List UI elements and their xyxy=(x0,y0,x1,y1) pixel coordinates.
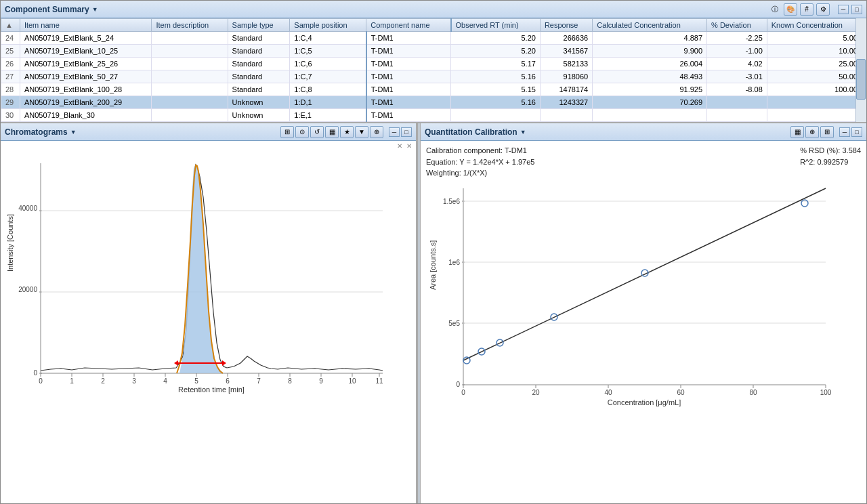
table-cell: 5.000 xyxy=(767,32,866,45)
chroma-close2-icon[interactable]: ✕ xyxy=(406,142,412,150)
component-summary-title-text: Component Summary xyxy=(5,5,89,14)
table-cell: 26 xyxy=(1,58,20,70)
chroma-minimize-btn[interactable]: ─ xyxy=(389,127,400,137)
color-icon[interactable]: 🎨 xyxy=(784,3,797,16)
table-row[interactable]: 28AN050719_ExtBlank_100_28Standard1:C,8T… xyxy=(1,83,866,96)
calib-grid-icon[interactable]: ⊞ xyxy=(820,126,834,138)
table-cell: AN050719_ExtBlank_100_28 xyxy=(20,83,152,96)
table-cell: 30 xyxy=(1,109,20,122)
table-cell: Standard xyxy=(228,58,290,70)
table-scrollbar[interactable] xyxy=(855,18,866,122)
chroma-dropdown2-icon[interactable]: ▼ xyxy=(355,126,368,138)
component-summary-panel: Component Summary ▼ ⓘ 🎨 # ⚙ ─ □ ▲ Item n… xyxy=(1,1,866,123)
col-known-conc[interactable]: Known Concentration xyxy=(767,19,866,32)
table-row[interactable]: 30AN050719_Blank_30Unknown1:E,1T-DM1 xyxy=(1,109,866,122)
col-sort[interactable]: ▲ xyxy=(1,19,20,32)
restore-btn[interactable]: □ xyxy=(851,5,862,14)
table-cell: 27 xyxy=(1,70,20,83)
chroma-refresh-icon[interactable]: ↺ xyxy=(310,126,324,138)
calibration-info-left: Calibration component: T-DM1 Equation: Y… xyxy=(426,145,534,179)
component-summary-title[interactable]: Component Summary ▼ xyxy=(5,5,98,14)
calib-minimize-btn[interactable]: ─ xyxy=(839,127,850,137)
table-row[interactable]: 24AN050719_ExtBlank_5_24Standard1:C,4T-D… xyxy=(1,32,866,45)
col-item-name[interactable]: Item name xyxy=(20,19,152,32)
chroma-star-icon[interactable]: ★ xyxy=(340,126,354,138)
chroma-cursor-icon[interactable]: ⊕ xyxy=(370,126,383,138)
table-cell: 1243327 xyxy=(540,96,592,109)
table-cell xyxy=(767,109,866,122)
svg-text:2: 2 xyxy=(101,377,105,385)
col-item-desc[interactable]: Item description xyxy=(152,19,228,32)
calibration-dropdown-icon[interactable]: ▼ xyxy=(520,129,526,135)
svg-text:Area [counts.s]: Area [counts.s] xyxy=(429,240,437,289)
table-cell: 1:C,6 xyxy=(290,58,366,70)
calib-restore-btn[interactable]: □ xyxy=(851,127,862,137)
col-sample-type[interactable]: Sample type xyxy=(228,19,290,32)
chromatogram-title[interactable]: Chromatograms ▼ xyxy=(5,127,77,137)
table-cell: Standard xyxy=(228,70,290,83)
col-sample-pos[interactable]: Sample position xyxy=(290,19,366,32)
component-summary-dropdown-icon[interactable]: ▼ xyxy=(92,6,98,13)
calib-table-icon[interactable]: ▦ xyxy=(790,126,804,138)
settings-icon[interactable]: ⚙ xyxy=(816,3,830,16)
table-scrollbar-thumb[interactable] xyxy=(856,59,866,100)
table-cell: 91.925 xyxy=(593,83,707,96)
col-pct-dev[interactable]: % Deviation xyxy=(707,19,767,32)
minimize-btn[interactable]: ─ xyxy=(838,5,849,14)
table-cell: Unknown xyxy=(228,96,290,109)
chroma-table-icon[interactable]: ▦ xyxy=(325,126,339,138)
table-cell: 5.16 xyxy=(451,70,541,83)
col-rt[interactable]: Observed RT (min) xyxy=(451,19,541,32)
table-cell: AN050719_ExtBlank_5_24 xyxy=(20,32,152,45)
table-cell xyxy=(152,45,228,58)
table-cell: T-DM1 xyxy=(366,45,451,58)
chroma-restore-btn[interactable]: □ xyxy=(401,127,412,137)
calib-weighting-prefix: Weighting: xyxy=(426,169,463,177)
calib-component: Calibration component: T-DM1 xyxy=(426,145,534,156)
col-response[interactable]: Response xyxy=(540,19,592,32)
table-cell: 26.004 xyxy=(593,58,707,70)
table-cell: Unknown xyxy=(228,109,290,122)
info-icon[interactable]: ⓘ xyxy=(769,3,781,16)
calib-r2: R^2: 0.992579 xyxy=(800,156,861,168)
chromatogram-dropdown-icon[interactable]: ▼ xyxy=(70,129,77,135)
table-cell: T-DM1 xyxy=(366,32,451,45)
hash-icon[interactable]: # xyxy=(800,3,813,16)
svg-text:8: 8 xyxy=(288,377,292,385)
svg-text:6: 6 xyxy=(226,377,230,385)
chroma-dots-icon[interactable]: ⊙ xyxy=(295,126,309,138)
chromatogram-panel: Chromatograms ▼ ⊞ ⊙ ↺ ▦ ★ ▼ ⊕ ─ □ ✕ xyxy=(1,123,417,503)
table-cell: T-DM1 xyxy=(366,96,451,109)
chroma-pin-icon[interactable]: ✕ xyxy=(397,142,402,150)
calibration-chart: Area [counts.s] 0 5e5 1e6 1.5e6 xyxy=(426,182,839,412)
col-comp-name[interactable]: Component name xyxy=(366,19,451,32)
table-row[interactable]: 29AN050719_ExtBlank_200_29Unknown1:D,1T-… xyxy=(1,96,866,109)
table-row[interactable]: 25AN050719_ExtBlank_10_25Standard1:C,5T-… xyxy=(1,45,866,58)
svg-text:20000: 20000 xyxy=(18,286,37,293)
calib-rsd: % RSD (%): 3.584 xyxy=(800,145,861,156)
svg-text:4: 4 xyxy=(163,377,167,385)
calibration-title[interactable]: Quantitation Calibration ▼ xyxy=(425,127,526,137)
table-cell: T-DM1 xyxy=(366,58,451,70)
svg-text:60: 60 xyxy=(677,389,685,396)
table-cell xyxy=(152,96,228,109)
svg-text:5e5: 5e5 xyxy=(448,320,460,327)
svg-text:11: 11 xyxy=(375,377,383,385)
chroma-grid-icon[interactable]: ⊞ xyxy=(280,126,294,138)
col-calc-conc[interactable]: Calculated Concentration xyxy=(593,19,707,32)
calibration-info-right: % RSD (%): 3.584 R^2: 0.992579 xyxy=(800,145,861,179)
table-cell: 24 xyxy=(1,32,20,45)
calibration-info: Calibration component: T-DM1 Equation: Y… xyxy=(426,145,861,179)
chromatogram-chart: Intensity [Counts] 0 20000 40000 xyxy=(3,156,396,394)
table-cell: 29 xyxy=(1,96,20,109)
table-cell: 1:D,1 xyxy=(290,96,366,109)
svg-text:9: 9 xyxy=(319,377,323,385)
calib-cursor-icon[interactable]: ⊕ xyxy=(805,126,819,138)
svg-marker-39 xyxy=(222,360,226,366)
table-row[interactable]: 26AN050719_ExtBlank_25_26Standard1:C,6T-… xyxy=(1,58,866,70)
svg-text:0: 0 xyxy=(39,377,43,385)
svg-text:3: 3 xyxy=(132,377,136,385)
table-cell xyxy=(707,96,767,109)
table-cell: 582133 xyxy=(540,58,592,70)
table-row[interactable]: 27AN050719_ExtBlank_50_27Standard1:C,7T-… xyxy=(1,70,866,83)
